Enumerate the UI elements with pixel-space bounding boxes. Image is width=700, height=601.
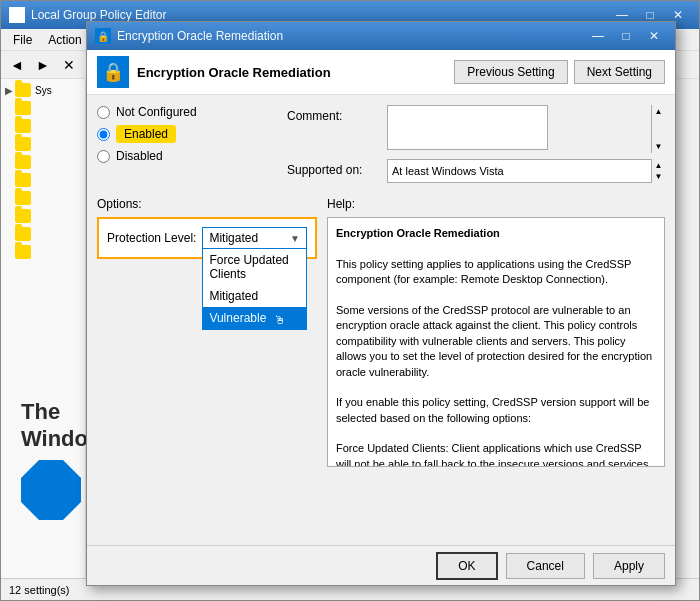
dialog-icon: 🔒 [95,28,111,44]
comment-supported-section: Comment: ▲ ▼ Supported on: At least [287,105,665,189]
top-section: Not Configured Enabled Disabled Comment: [97,105,665,189]
protection-level-row: Protection Level: Mitigated ▼ Force Upda… [107,227,307,249]
menu-action[interactable]: Action [40,31,89,49]
comment-row: Comment: ▲ ▼ [287,105,665,153]
folder-icon [15,101,31,115]
disabled-radio-label[interactable]: Disabled [97,149,277,163]
comment-label: Comment: [287,105,387,123]
toolbar-forward-button[interactable]: ► [31,54,55,76]
enabled-radio-label[interactable]: Enabled [97,125,277,143]
sidebar: ▶ Sys [1,79,86,580]
comment-scrollbar: ▲ ▼ [651,105,665,153]
dropdown-option-force[interactable]: Force Updated Clients [203,249,306,285]
not-configured-radio-label[interactable]: Not Configured [97,105,277,119]
help-content-wrapper: Encryption Oracle Remediation This polic… [327,217,665,467]
toolbar-delete-button[interactable]: ✕ [57,54,81,76]
folder-icon [15,119,31,133]
menu-file[interactable]: File [5,31,40,49]
apply-button[interactable]: Apply [593,553,665,579]
not-configured-radio[interactable] [97,106,110,119]
disabled-radio[interactable] [97,150,110,163]
statusbar-text: 12 setting(s) [9,584,70,596]
folder-icon [15,191,31,205]
supported-value: At least Windows Vista [387,159,665,183]
dialog-header-title: Encryption Oracle Remediation [137,65,446,80]
outer-window-icon: 🖥 [9,7,25,23]
dialog-maximize-button[interactable]: □ [613,26,639,46]
dialog-titlebar-controls: — □ ✕ [585,26,667,46]
toolbar-back-button[interactable]: ◄ [5,54,29,76]
sidebar-item[interactable] [3,99,83,117]
dropdown-arrow-icon: ▼ [290,233,300,244]
prev-setting-button[interactable]: Previous Setting [454,60,567,84]
sidebar-item[interactable] [3,117,83,135]
dialog-body: Not Configured Enabled Disabled Comment: [87,95,675,540]
supported-container: At least Windows Vista ▲ ▼ [387,159,665,183]
folder-icon [15,137,31,151]
comment-container: ▲ ▼ [387,105,665,153]
dropdown-list: Force Updated Clients Mitigated Vulnerab… [202,249,307,330]
folder-icon [15,173,31,187]
dropdown-container: Mitigated ▼ Force Updated Clients Mitiga… [202,227,307,249]
outer-window: 🖥 Local Group Policy Editor — □ ✕ File A… [0,0,700,601]
supported-label: Supported on: [287,159,387,177]
next-setting-button[interactable]: Next Setting [574,60,665,84]
supported-row: Supported on: At least Windows Vista ▲ ▼ [287,159,665,183]
enabled-radio[interactable] [97,128,110,141]
options-panel: Options: Protection Level: Mitigated ▼ F… [97,197,317,530]
help-body-text: This policy setting applies to applicati… [336,258,653,467]
enabled-label: Enabled [116,125,176,143]
dialog-minimize-button[interactable]: — [585,26,611,46]
supported-scrollbar: ▲ ▼ [651,159,665,183]
dialog-header: 🔒 Encryption Oracle Remediation Previous… [87,50,675,95]
dialog-titlebar: 🔒 Encryption Oracle Remediation — □ ✕ [87,22,675,50]
outer-window-title: Local Group Policy Editor [31,8,166,22]
ok-button[interactable]: OK [436,552,497,580]
dropdown-selected-text: Mitigated [209,231,258,245]
folder-icon [15,209,31,223]
sidebar-item[interactable] [3,243,83,261]
options-content: Protection Level: Mitigated ▼ Force Upda… [97,217,317,259]
sidebar-item[interactable] [3,207,83,225]
cursor-icon: 🖱 [274,313,286,325]
folder-icon [15,245,31,259]
sidebar-item[interactable] [3,171,83,189]
dialog-title: Encryption Oracle Remediation [117,29,283,43]
dialog-close-button[interactable]: ✕ [641,26,667,46]
folder-icon [15,83,31,97]
sidebar-folders: ▶ Sys [3,81,83,261]
protection-level-label: Protection Level: [107,231,196,245]
protection-level-dropdown[interactable]: Mitigated ▼ [202,227,307,249]
sidebar-item[interactable] [3,135,83,153]
help-heading: Encryption Oracle Remediation [336,227,500,239]
sidebar-item[interactable] [3,153,83,171]
dialog-header-icon: 🔒 [97,56,129,88]
sidebar-item[interactable] [3,189,83,207]
folder-icon [15,227,31,241]
dialog-header-buttons: Previous Setting Next Setting [454,60,665,84]
help-panel: Help: Encryption Oracle Remediation This… [327,197,665,530]
sidebar-item[interactable]: ▶ Sys [3,81,83,99]
dialog: 🔒 Encryption Oracle Remediation — □ ✕ 🔒 … [86,21,676,586]
radio-section: Not Configured Enabled Disabled [97,105,277,189]
folder-icon [15,155,31,169]
cancel-button[interactable]: Cancel [506,553,585,579]
comment-textarea[interactable] [387,105,548,150]
options-title: Options: [97,197,317,211]
sidebar-item[interactable] [3,225,83,243]
dialog-footer: OK Cancel Apply [87,545,675,585]
help-content[interactable]: Encryption Oracle Remediation This polic… [327,217,665,467]
help-title: Help: [327,197,665,211]
dropdown-option-vulnerable[interactable]: Vulnerable 🖱 [203,307,306,329]
options-help-section: Options: Protection Level: Mitigated ▼ F… [97,197,665,530]
dropdown-option-mitigated[interactable]: Mitigated [203,285,306,307]
